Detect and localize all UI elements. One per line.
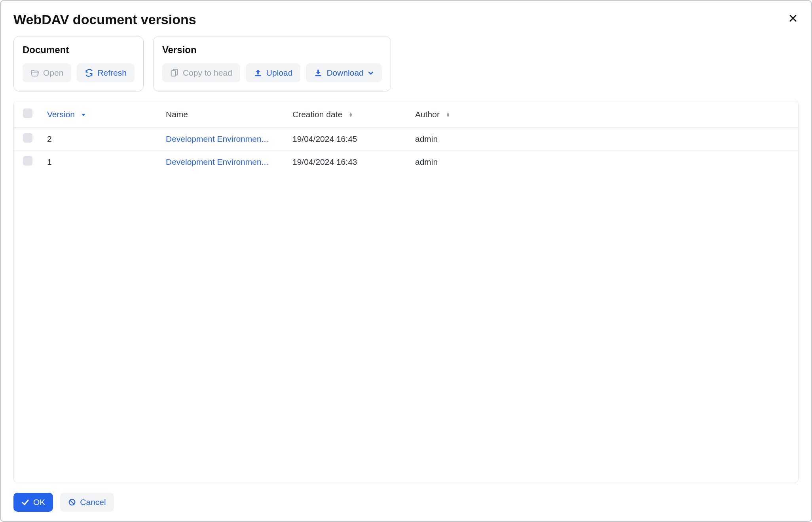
upload-icon	[254, 69, 262, 77]
column-header-creation-date[interactable]: Creation date ▲▼	[287, 101, 410, 128]
cancel-button-label: Cancel	[80, 497, 106, 507]
upload-button-label: Upload	[266, 68, 293, 78]
cell-version: 1	[42, 151, 160, 173]
dialog-title: WebDAV document versions	[13, 12, 196, 27]
column-header-name-label: Name	[166, 110, 188, 119]
folder-open-icon	[30, 69, 39, 77]
version-panel-title: Version	[162, 44, 382, 55]
cell-name-link[interactable]: Development Environmen...	[166, 134, 268, 143]
close-button[interactable]	[787, 12, 799, 25]
cell-name-link[interactable]: Development Environmen...	[166, 157, 268, 166]
open-button-label: Open	[43, 68, 63, 78]
versions-table: Version Name Creation date ▲▼ Author	[14, 101, 798, 173]
dialog-footer: OK Cancel	[13, 493, 799, 512]
dialog-header: WebDAV document versions	[13, 12, 799, 27]
column-header-author[interactable]: Author ▲▼	[410, 101, 798, 128]
cell-version: 2	[42, 128, 160, 151]
refresh-button-label: Refresh	[97, 68, 127, 78]
copy-icon	[170, 69, 179, 77]
chevron-down-icon	[368, 70, 374, 76]
copy-to-head-button[interactable]: Copy to head	[162, 63, 240, 82]
webdav-versions-dialog: WebDAV document versions Document Open R…	[0, 0, 812, 522]
table-header-row: Version Name Creation date ▲▼ Author	[14, 101, 798, 128]
ok-button[interactable]: OK	[13, 493, 53, 512]
copy-to-head-label: Copy to head	[183, 68, 232, 78]
download-button-label: Download	[326, 68, 363, 78]
cell-author: admin	[410, 128, 798, 151]
cancel-icon	[68, 498, 76, 506]
column-header-version[interactable]: Version	[42, 101, 160, 128]
document-panel: Document Open Refresh	[13, 36, 144, 91]
close-icon	[789, 14, 797, 22]
sort-both-icon: ▲▼	[349, 112, 353, 117]
version-panel: Version Copy to head Upload Download	[153, 36, 391, 91]
document-panel-title: Document	[23, 44, 135, 55]
column-header-name[interactable]: Name	[160, 101, 287, 128]
row-checkbox[interactable]	[23, 133, 32, 143]
table-empty-space	[14, 173, 798, 482]
open-button[interactable]: Open	[23, 63, 71, 82]
cell-creation-date: 19/04/2024 16:45	[287, 128, 410, 151]
svg-rect-1	[255, 75, 261, 76]
select-all-checkbox[interactable]	[23, 109, 32, 118]
column-header-date-label: Creation date	[292, 110, 342, 119]
download-icon	[314, 69, 323, 77]
ok-button-label: OK	[33, 497, 45, 507]
svg-rect-2	[315, 75, 321, 76]
cell-creation-date: 19/04/2024 16:43	[287, 151, 410, 173]
refresh-button[interactable]: Refresh	[77, 63, 135, 82]
table-row[interactable]: 1 Development Environmen... 19/04/2024 1…	[14, 151, 798, 173]
download-button[interactable]: Download	[306, 63, 381, 82]
version-panel-actions: Copy to head Upload Download	[162, 63, 382, 82]
action-panels: Document Open Refresh Version Copy to he…	[13, 36, 799, 91]
table-row[interactable]: 2 Development Environmen... 19/04/2024 1…	[14, 128, 798, 151]
sort-desc-icon	[81, 113, 86, 117]
cancel-button[interactable]: Cancel	[60, 493, 114, 512]
svg-rect-0	[171, 71, 176, 76]
column-header-version-label: Version	[47, 110, 75, 119]
column-header-author-label: Author	[415, 110, 440, 119]
select-all-header[interactable]	[14, 101, 42, 128]
document-panel-actions: Open Refresh	[23, 63, 135, 82]
cell-author: admin	[410, 151, 798, 173]
row-checkbox[interactable]	[23, 156, 32, 166]
versions-table-container: Version Name Creation date ▲▼ Author	[13, 101, 799, 482]
upload-button[interactable]: Upload	[246, 63, 301, 82]
sort-both-icon: ▲▼	[446, 112, 450, 117]
refresh-icon	[85, 69, 93, 77]
check-icon	[21, 498, 29, 506]
